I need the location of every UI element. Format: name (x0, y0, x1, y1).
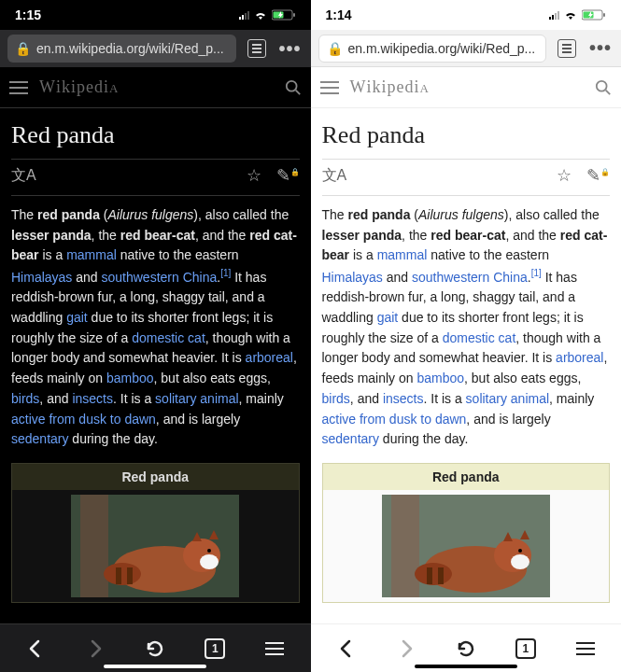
link-insects[interactable]: insects (383, 391, 424, 406)
edit-locked-icon[interactable]: ✎🔒 (586, 165, 610, 186)
infobox-image[interactable] (323, 490, 610, 602)
link-sw-china[interactable]: southwestern China (412, 270, 528, 285)
forward-button[interactable] (77, 630, 114, 667)
hamburger-menu-icon[interactable] (9, 81, 28, 94)
browser-menu-button[interactable] (256, 630, 293, 667)
article-toolbar: 文A ☆ ✎🔒 (11, 159, 300, 196)
link-domestic-cat[interactable]: domestic cat (443, 330, 516, 345)
svg-point-25 (415, 563, 452, 585)
url-field[interactable]: 🔒 en.m.wikipedia.org/wiki/Red_p... (318, 35, 547, 63)
link-insects[interactable]: insects (72, 391, 113, 406)
svg-rect-1 (293, 13, 295, 17)
link-gait[interactable]: gait (66, 310, 88, 325)
url-text: en.m.wikipedia.org/wiki/Red_p... (348, 41, 536, 56)
link-bamboo[interactable]: bamboo (106, 371, 154, 385)
edit-locked-icon[interactable]: ✎🔒 (276, 165, 300, 186)
article-content: Red panda 文A ☆ ✎🔒 The red panda (Ailurus… (0, 108, 311, 623)
red-panda-illustration (71, 495, 239, 597)
tabs-button[interactable]: 1 (507, 630, 544, 667)
svg-point-24 (518, 549, 522, 553)
reload-button[interactable] (447, 630, 485, 667)
tab-count: 1 (515, 638, 536, 659)
svg-rect-6 (80, 495, 108, 597)
infobox-title: Red panda (323, 464, 610, 490)
link-mammal[interactable]: mammal (66, 247, 117, 262)
infobox: Red panda (322, 463, 611, 603)
wifi-icon (253, 9, 268, 21)
svg-rect-26 (427, 567, 432, 584)
link-sw-china[interactable]: southwestern China (102, 270, 218, 285)
link-gait[interactable]: gait (377, 310, 399, 325)
reader-mode-button[interactable] (244, 35, 270, 62)
url-field[interactable]: 🔒 en.m.wikipedia.org/wiki/Red_p... (7, 35, 236, 63)
language-icon[interactable]: 文A (11, 166, 36, 186)
browser-menu-button[interactable] (567, 630, 604, 667)
language-icon[interactable]: 文A (322, 166, 347, 186)
link-birds[interactable]: birds (11, 391, 39, 406)
status-icons (239, 9, 296, 21)
home-indicator[interactable] (104, 665, 206, 668)
link-sedentary[interactable]: sedentary (322, 431, 379, 446)
infobox-image[interactable] (12, 490, 299, 602)
svg-rect-20 (391, 495, 419, 597)
link-crepuscular[interactable]: active from dusk to dawn (11, 412, 156, 427)
svg-point-10 (207, 549, 211, 553)
article-toolbar: 文A ☆ ✎🔒 (322, 159, 611, 196)
watchlist-star-icon[interactable]: ☆ (557, 165, 572, 186)
svg-rect-15 (603, 13, 605, 17)
svg-rect-13 (127, 567, 133, 584)
ref-1[interactable]: [1] (220, 268, 231, 278)
battery-icon (582, 9, 606, 21)
watchlist-star-icon[interactable]: ☆ (247, 165, 261, 186)
wikipedia-logo[interactable]: Wikipedia (350, 77, 585, 97)
more-menu-button[interactable]: ••• (587, 35, 614, 62)
more-menu-button[interactable]: ••• (277, 35, 303, 62)
ref-1[interactable]: [1] (531, 268, 542, 278)
link-arboreal[interactable]: arboreal (246, 350, 293, 365)
infobox: Red panda (11, 463, 300, 603)
article-content: Red panda 文A ☆ ✎🔒 The red panda (Ailurus… (311, 108, 622, 623)
tabs-button[interactable]: 1 (196, 630, 233, 667)
link-mammal[interactable]: mammal (377, 247, 428, 262)
lock-icon: 🔒 (15, 41, 31, 56)
link-birds[interactable]: birds (322, 391, 350, 406)
link-solitary[interactable]: solitary animal (466, 391, 549, 406)
reader-mode-button[interactable] (554, 35, 580, 62)
home-indicator[interactable] (415, 665, 517, 668)
hamburger-menu-icon[interactable] (320, 81, 339, 94)
forward-button[interactable] (388, 630, 425, 667)
lead-paragraph: The red panda (Ailurus fulgens), also ca… (322, 205, 611, 450)
svg-rect-27 (438, 567, 444, 584)
back-button[interactable] (17, 630, 54, 667)
link-domestic-cat[interactable]: domestic cat (132, 330, 205, 345)
lead-paragraph: The red panda (Ailurus fulgens), also ca… (11, 205, 300, 450)
link-arboreal[interactable]: arboreal (556, 350, 603, 365)
svg-point-3 (286, 80, 296, 91)
search-icon[interactable] (595, 79, 612, 96)
red-panda-illustration (382, 495, 550, 597)
wifi-icon (563, 9, 578, 21)
tab-count: 1 (205, 638, 225, 659)
link-himalayas[interactable]: Himalayas (11, 270, 72, 285)
link-crepuscular[interactable]: active from dusk to dawn (322, 412, 467, 427)
link-bamboo[interactable]: bamboo (416, 371, 464, 385)
svg-point-11 (104, 563, 141, 585)
wiki-header: Wikipedia (311, 67, 622, 108)
status-bar: 1:14 (311, 0, 622, 30)
link-himalayas[interactable]: Himalayas (322, 270, 383, 285)
status-icons (549, 9, 606, 21)
svg-line-4 (295, 90, 300, 94)
link-solitary[interactable]: solitary animal (155, 391, 238, 406)
svg-point-23 (511, 554, 529, 569)
url-text: en.m.wikipedia.org/wiki/Red_p... (36, 41, 224, 56)
svg-point-9 (200, 554, 219, 569)
phone-light: 1:14 🔒 en.m.wikipedia.org/wiki/Red_p... … (311, 0, 622, 672)
link-sedentary[interactable]: sedentary (11, 431, 68, 446)
wikipedia-logo[interactable]: Wikipedia (39, 77, 274, 97)
reload-button[interactable] (136, 630, 174, 667)
status-time: 1:14 (326, 7, 352, 22)
page-title: Red panda (322, 121, 611, 149)
svg-line-18 (606, 90, 611, 94)
search-icon[interactable] (285, 79, 302, 96)
back-button[interactable] (328, 630, 365, 667)
